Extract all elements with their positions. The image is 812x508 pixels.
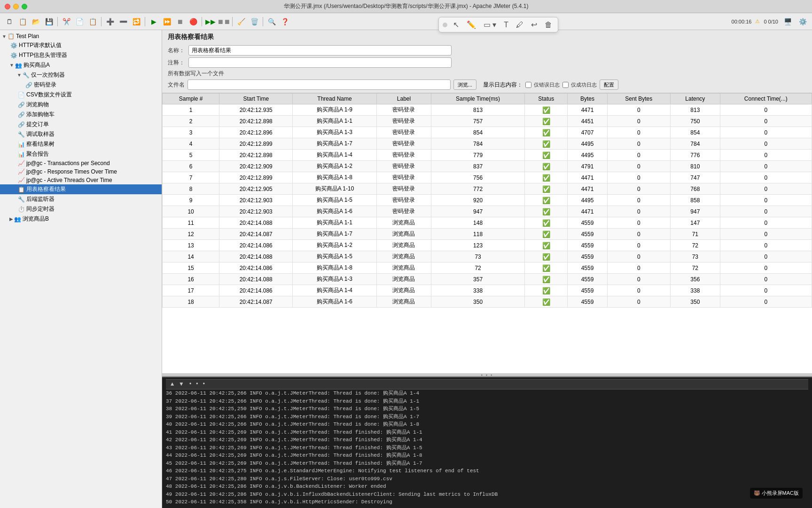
- toolbar-dot: [443, 23, 447, 27]
- log-scroll-down[interactable]: ▼: [178, 381, 185, 388]
- sidebar-item-backend-listener[interactable]: 🔧 后端监听器: [0, 194, 162, 204]
- table-row: 7 20:42:12.899 购买商品A 1-8 密码登录 756 ✅ 4471…: [163, 172, 812, 183]
- cell-label: 浏览商品: [376, 262, 431, 274]
- search-button[interactable]: 🔍: [266, 16, 277, 27]
- help-button[interactable]: ❓: [279, 16, 290, 27]
- copy-button[interactable]: 📄: [74, 16, 85, 27]
- sidebar-item-sync-timer[interactable]: ⏱️ 同步定时器: [0, 204, 162, 214]
- item-label: jp@gc - Transactions per Second: [26, 160, 110, 167]
- status-ok-icon: ✅: [542, 185, 550, 193]
- paste-button[interactable]: 📋: [87, 16, 98, 27]
- start-button[interactable]: ▶: [148, 16, 159, 27]
- save-button[interactable]: 💾: [43, 16, 55, 27]
- success-log-checkbox[interactable]: [562, 82, 569, 88]
- error-log-check[interactable]: 仅错误日志: [525, 81, 560, 88]
- cell-sent: 0: [607, 262, 670, 274]
- cell-thread: 购买商品A 1-8: [293, 262, 377, 274]
- log-scroll-up[interactable]: ▲: [169, 381, 176, 388]
- window-title: 华测公开课.jmx (/Users/wentao/Desktop/华测教育/sc…: [284, 2, 529, 10]
- options-button[interactable]: ⚙️: [797, 16, 808, 27]
- col-header-label: Label: [376, 94, 431, 104]
- cell-num: 9: [163, 195, 219, 206]
- clear-all-button[interactable]: 🗑️: [249, 16, 260, 27]
- cell-thread: 购买商品A 1-10: [293, 183, 377, 195]
- log-panel[interactable]: ▲ ▼ • • • 36 2022-06-11 20:42:25,266 INF…: [162, 376, 812, 508]
- item-icon: 📋: [18, 186, 25, 193]
- sidebar-item-test-plan[interactable]: ▼ 📋 Test Plan: [0, 32, 162, 40]
- success-log-check[interactable]: 仅成功日志: [562, 81, 597, 88]
- sidebar-item-tps-graph[interactable]: 📈 jp@gc - Transactions per Second: [0, 159, 162, 167]
- sidebar-item-add-cart[interactable]: 🔗 添加购物车: [0, 110, 162, 119]
- sidebar-item-once-ctrl[interactable]: ▼ 🔧 仅一次控制器: [0, 70, 162, 80]
- cell-status: ✅: [524, 104, 567, 116]
- shutdown-button[interactable]: 🔴: [187, 16, 199, 27]
- sidebar-item-summary-report[interactable]: 📊 聚合报告: [0, 149, 162, 159]
- item-icon: 📈: [18, 160, 25, 167]
- item-icon: 🔗: [18, 111, 25, 118]
- highlight-tool[interactable]: 🖊: [514, 20, 525, 30]
- clear-button[interactable]: 🧹: [235, 16, 247, 27]
- browse-button[interactable]: 浏览...: [453, 79, 476, 90]
- cell-bytes: 4559: [568, 262, 607, 274]
- maximize-button[interactable]: [22, 4, 27, 9]
- cell-connect: 0: [720, 150, 812, 161]
- cell-bytes: 4559: [568, 240, 607, 251]
- cell-bytes: 4451: [568, 116, 607, 127]
- rect-tool[interactable]: ▭ ▾: [482, 19, 498, 30]
- config-button[interactable]: 配置: [600, 79, 618, 90]
- start-no-pause-button[interactable]: ⏩: [161, 16, 172, 27]
- cell-label: 浏览商品: [376, 240, 431, 251]
- sidebar-item-buy-group-a[interactable]: ▼ 👥 购买商品A: [0, 60, 162, 70]
- sidebar-item-browse-goods[interactable]: 🔗 浏览购物: [0, 100, 162, 110]
- content-area: 用表格察看结果 名称： 注释： 所有数据写入一个文件 文件名 浏览... 显示日…: [162, 30, 812, 508]
- sidebar-item-http-header-mgr[interactable]: ⚙️ HTTP信息头管理器: [0, 50, 162, 60]
- cell-time: 338: [431, 285, 525, 296]
- cursor-tool[interactable]: ↖: [451, 19, 461, 30]
- sidebar-item-submit-order[interactable]: 🔗 提交订单: [0, 119, 162, 129]
- cut-button[interactable]: ✂️: [61, 16, 72, 27]
- sidebar-item-pwd-login[interactable]: 🔗 密码登录: [0, 80, 162, 90]
- item-label: HTTP信息头管理器: [19, 51, 67, 59]
- cell-latency: 747: [670, 172, 720, 183]
- new-button[interactable]: 🗒: [4, 16, 15, 27]
- text-tool[interactable]: T: [502, 20, 510, 30]
- log-line: 43 2022-06-11 20:42:25,269 INFO o.a.j.t.…: [166, 444, 808, 452]
- toggle-button[interactable]: 🔁: [131, 16, 142, 27]
- pen-tool[interactable]: ✏️: [465, 19, 478, 30]
- collapse-button[interactable]: ➖: [117, 16, 129, 27]
- filename-input[interactable]: [187, 79, 451, 90]
- start-remote-button[interactable]: ▶▶: [205, 16, 216, 27]
- templates-button[interactable]: 📋: [17, 16, 28, 27]
- stop-remote-button[interactable]: ⏹⏹: [218, 16, 229, 27]
- status-ok-icon: ✅: [542, 208, 550, 215]
- sidebar-item-agg-report[interactable]: 📊 察看结果树: [0, 139, 162, 149]
- remote-engines-button[interactable]: 🖥️: [782, 16, 793, 27]
- log-line: 46 2022-06-11 20:42:25,275 INFO o.a.j.e.…: [166, 467, 808, 475]
- open-button[interactable]: 📂: [30, 16, 41, 27]
- expand-button[interactable]: ➕: [104, 16, 116, 27]
- name-input[interactable]: [188, 45, 452, 56]
- cell-start: 20:42:14.088: [219, 217, 293, 229]
- comment-input[interactable]: [188, 57, 452, 68]
- sidebar-item-rt-graph[interactable]: 📈 jp@gc - Response Times Over Time: [0, 167, 162, 176]
- sidebar-item-debug-sampler[interactable]: 🔧 调试取样器: [0, 129, 162, 139]
- table-row: 17 20:42:14.086 购买商品A 1-4 浏览商品 338 ✅ 455…: [163, 285, 812, 296]
- cell-connect: 0: [720, 285, 812, 296]
- stop-button[interactable]: ⏹: [174, 16, 186, 27]
- cell-latency: 356: [670, 274, 720, 285]
- delete-tool[interactable]: 🗑: [543, 20, 554, 30]
- close-button[interactable]: [5, 4, 10, 9]
- minimize-button[interactable]: [13, 4, 19, 9]
- cell-connect: 0: [720, 104, 812, 116]
- results-table-wrapper[interactable]: Sample #Start TimeThread NameLabelSample…: [162, 93, 812, 373]
- sidebar-item-view-table[interactable]: 📋 用表格察看结果: [0, 184, 162, 194]
- cell-latency: 768: [670, 183, 720, 195]
- cell-latency: 72: [670, 262, 720, 274]
- sidebar-item-buy-group-b[interactable]: ▶ 👥 浏览商品B: [0, 214, 162, 224]
- sidebar-item-active-threads[interactable]: 📈 jp@gc - Active Threads Over Time: [0, 176, 162, 184]
- sidebar-item-csv-data[interactable]: 📄 CSV数据文件设置: [0, 90, 162, 100]
- undo-tool[interactable]: ↩: [529, 19, 539, 30]
- sidebar-item-http-defaults[interactable]: ⚙️ HTTP请求默认值: [0, 40, 162, 50]
- error-log-checkbox[interactable]: [525, 82, 531, 88]
- cell-status: ✅: [524, 251, 567, 262]
